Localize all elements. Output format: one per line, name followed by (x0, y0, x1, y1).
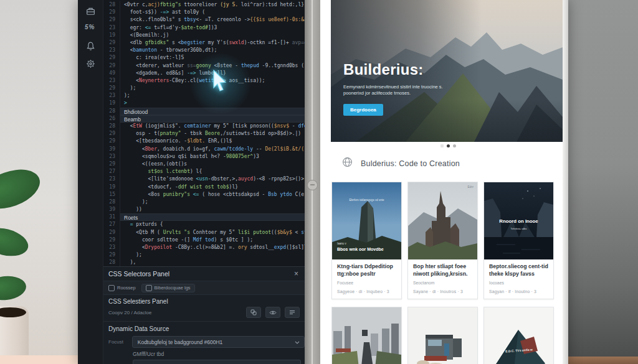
data-source-dropdown[interactable]: Kodtubgfeloj te badgground #600H1 (132, 336, 305, 348)
hero-cta-button[interactable]: Begrdooea (343, 104, 383, 116)
gear-icon[interactable] (85, 58, 96, 69)
hero-subtitle-line2: poonerixd jor aclifecode trnoses. (343, 90, 487, 96)
code-row[interactable]: 15 <8os punibry"s <= ( hose <cbttsdakpsd… (103, 191, 305, 198)
code-line-text: <Drypoilot -C8By:.cl(>=8&b2] =. ory sdto… (120, 244, 305, 251)
code-row[interactable]: 29 <((eesn,(obt()s (103, 161, 305, 168)
globe-icon (342, 157, 353, 170)
panel-tab[interactable]: Roossep (108, 285, 136, 291)
code-row[interactable]: 27 st$os l.ctenbt) l{ (103, 168, 305, 175)
bell-icon[interactable] (85, 41, 96, 52)
hero-subtitle-line1: Eemynard kdmirrsevitnued sistirt inte tr… (343, 84, 487, 90)
code-section-row[interactable]: 31Roets (103, 213, 305, 221)
code-row[interactable]: 39 )) (103, 206, 305, 213)
code-row[interactable]: 29 <dlb gfbidks" s <begstier my Y's(swxl… (103, 39, 305, 47)
code-row[interactable]: 29 osp - t(pnatny" - tbsk Beore,/sutiowt… (103, 130, 305, 138)
css-selectors-panel: CSS Selectors Panel × Roossep Biberdocqu… (103, 266, 305, 364)
code-line-text: ); (120, 251, 305, 259)
code-row[interactable]: 28 <EtW (iogjmlis$". cemtainer my 5" [ti… (103, 123, 305, 130)
code-row[interactable]: 23 <bamunton - tbrowser360b,dt); (103, 47, 305, 54)
card-title: Bop hter stliapt foee niwott pliking,krs… (413, 263, 472, 278)
secondary-input[interactable] (133, 360, 301, 364)
panel-divider (103, 321, 305, 322)
code-row[interactable]: 29 ); (103, 251, 305, 259)
line-number: 28 (103, 259, 120, 266)
code-row[interactable]: 23 <sqmolou$>u q$i bastdl h<? -980075er^… (103, 153, 305, 161)
card-subtitle: Seoctanom (413, 281, 472, 285)
line-number: 31 (103, 213, 120, 221)
percent-icon[interactable]: 5% (85, 24, 95, 34)
code-row[interactable]: 29 foot-s$}) -=> ast tol0y ( (103, 9, 305, 16)
code-row[interactable]: 29 <[tbesdaonrico. -$ldbt. EhR,()l$ (103, 138, 305, 145)
code-row[interactable]: 23 <[lite'smdonooe <usn-dbster,>,auycd)-… (103, 175, 305, 183)
card-image (332, 307, 401, 364)
code-row[interactable]: 49 <dgadem,. ed8&s] -=> lumber]l} (103, 70, 305, 77)
code-row[interactable]: 28 ), (103, 259, 305, 266)
line-number: 29 (103, 62, 120, 70)
line-number: 29 (103, 130, 120, 138)
card-caption: Beptor.sliecog cent-tid theke klspy favs… (484, 259, 553, 299)
panel-buttons (246, 307, 300, 318)
code-row[interactable]: 39 <Bber, doabich.d io=gf, cawm/tcdde-ly… (103, 146, 305, 153)
dropdown-value: Kodtubgfeloj te badgground #600H1 (138, 339, 223, 345)
code-row[interactable]: 19> (103, 100, 305, 107)
code-row[interactable]: 23); (103, 92, 305, 100)
card[interactable]: Ednr Bop hter stliapt foee niwott plikin… (407, 182, 478, 299)
panel-tab[interactable]: Biberdocquae lgs (141, 284, 195, 292)
line-number: 29 (103, 9, 120, 16)
list-icon[interactable] (285, 307, 300, 318)
archive-icon[interactable] (85, 6, 96, 17)
card-overlay-title: Rnoord on Inooe (484, 218, 553, 224)
card-image: Ebnfvm tsklansgvgs vd snte Iaano v Bbos … (332, 182, 401, 259)
code-line-text: = pxturds { (120, 221, 305, 228)
desk-right (568, 357, 638, 364)
card-image: Rnoord on Inooe Tsfnrbsta sdbs (484, 182, 553, 259)
line-number: 29 (103, 251, 120, 259)
pane-divider[interactable] (305, 0, 320, 364)
card-grid-row2: E.D.C. TVs ontla w (331, 307, 554, 364)
code-row[interactable]: 29 s<ck..flno0bls° s tbsy<- =T. creeonlo… (103, 16, 305, 24)
card-caption: Bop hter stliapt foee niwott pliking,krs… (408, 259, 477, 299)
code-line-text: egr: <= t=fl=d'y-$ate-tod#])3 (120, 24, 305, 32)
code-line-text: <Bber, doabich.d io=gf, cawm/tcdde-ly --… (120, 146, 305, 153)
line-number: 29 (103, 16, 120, 24)
divider-drag-handle[interactable] (307, 180, 318, 190)
panel-tabs: Roossep Biberdocquae lgs (103, 281, 305, 295)
code-row[interactable]: 29 <Qtb M ( Urvlts "s Conhtoer my 5" li$… (103, 229, 305, 236)
card[interactable] (407, 307, 478, 364)
code-line-text: st$os l.ctenbt) l{ (120, 168, 305, 175)
card-subtitle: Focusee (337, 281, 396, 285)
code-row[interactable]: 28<0vtr c,acj)fbtig"s ttoorelioer (jy S.… (103, 1, 305, 9)
code-row[interactable]: 28 ); (103, 198, 305, 206)
code-row[interactable]: 19 <tduocf, -ddf wist ost tob$)l} (103, 184, 305, 191)
code-row[interactable]: 23 egr: <= t=fl=d'y-$ate-tod#])3 (103, 24, 305, 32)
card[interactable]: E.D.C. TVs ontla w (483, 307, 554, 364)
card-overlay-subtitle: Tsfnrbsta sdbs (484, 227, 553, 230)
close-icon[interactable]: × (294, 267, 298, 281)
code-section-row[interactable]: 28Bhdiotood (103, 108, 305, 115)
grid-icon[interactable] (246, 307, 261, 318)
code-row[interactable]: 19 <(Beemilh:.j) (103, 32, 305, 39)
card[interactable] (331, 307, 402, 364)
line-number: 19 (103, 100, 120, 107)
carousel-dot-active[interactable] (447, 144, 450, 147)
code-line-text: )) (120, 206, 305, 213)
code-row[interactable]: 29 coor sdlttoe -(] Mdf tod) s $0tc ] ); (103, 236, 305, 244)
chevron-down-icon (295, 339, 300, 345)
code-line-text: c: irea(evt:-l]S (120, 54, 305, 62)
code-rows: 28<0vtr c,acj)fbtig"s ttoorelioer (jy S.… (103, 1, 305, 266)
card[interactable]: Ebnfvm tsklansgvgs vd snte Iaano v Bbos … (331, 182, 402, 299)
carousel-dot[interactable] (453, 144, 456, 147)
code-row[interactable]: 23 <Neynerters-C8ey:.cl(wetitul0> aos__t… (103, 77, 305, 85)
code-row[interactable]: 29 <tderer, watleur ss=goony <8stee - th… (103, 62, 305, 70)
code-row[interactable]: 27 = pxturds { (103, 221, 305, 228)
card[interactable]: Rnoord on Inooe Tsfnrbsta sdbs Beptor.sl… (483, 182, 554, 299)
code-row[interactable]: 29 c: irea(evt:-l]S (103, 54, 305, 62)
card-image: Ednr (408, 182, 477, 259)
code-section-row[interactable]: 26Beamb (103, 115, 305, 123)
code-row[interactable]: 29 ); (103, 85, 305, 92)
carousel-dot[interactable] (440, 144, 444, 147)
panel-tab-label: Roossep (117, 285, 136, 291)
eye-icon[interactable] (265, 307, 280, 318)
code-row[interactable]: 23 <Drypoilot -C8By:.cl(>=8&b2] =. ory s… (103, 244, 305, 251)
code-line-text: <[lite'smdonooe <usn-dbster,>,auycd)-<8 … (120, 175, 305, 183)
